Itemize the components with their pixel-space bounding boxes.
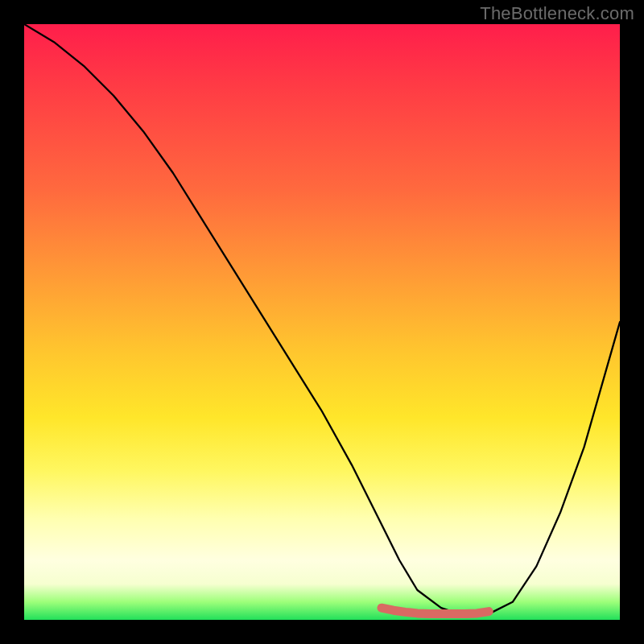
watermark-text: TheBottleneck.com xyxy=(480,3,634,24)
plot-area xyxy=(24,24,620,620)
background-gradient xyxy=(24,24,620,620)
chart-frame: TheBottleneck.com xyxy=(0,0,644,644)
